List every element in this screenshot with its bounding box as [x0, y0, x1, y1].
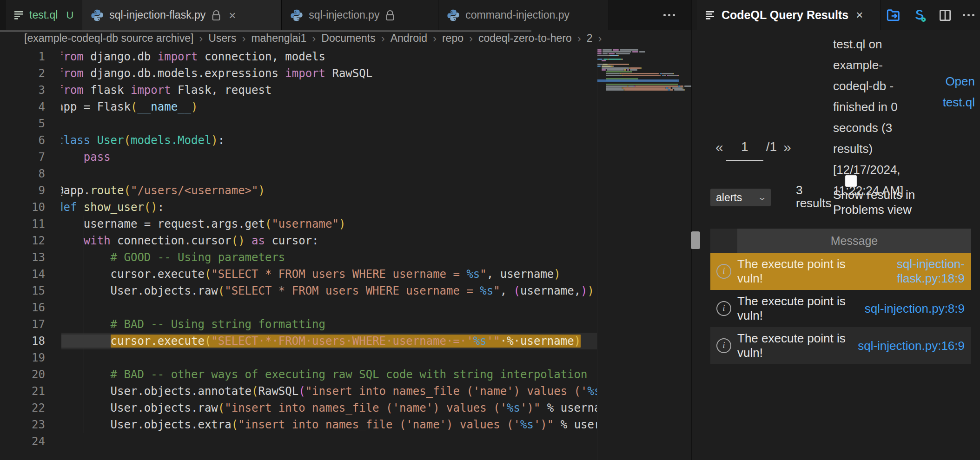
scrollbar-thumb[interactable]	[691, 231, 700, 249]
code-line: @app.route("/users/<username>")	[57, 182, 265, 199]
breadcrumb-item[interactable]: Users	[208, 32, 236, 45]
tab-overflow-more-icon[interactable]	[663, 14, 675, 16]
close-icon[interactable]: ×	[856, 8, 863, 22]
tab-codeql-query-results[interactable]: CodeQL Query Results ×	[697, 0, 881, 30]
minimap-line	[613, 49, 619, 51]
alert-row[interactable]: iThe execute point is vuln!sql-injection…	[710, 253, 971, 290]
minimap-line	[609, 53, 615, 54]
line-number: 12	[0, 232, 45, 249]
tab-sql-injection-flask[interactable]: sql-injection-flask.py ×	[82, 0, 282, 30]
minimap-line	[606, 71, 632, 72]
minimap-line	[606, 85, 627, 87]
code-line: User.objects.raw("insert into names_file…	[57, 400, 597, 416]
alert-row[interactable]: iThe execute point is vuln!sql-injection…	[710, 290, 971, 327]
minimap-line	[603, 51, 631, 53]
panel-more-icon[interactable]	[963, 14, 974, 16]
alert-message: The execute point is vuln!	[737, 257, 854, 286]
info-icon: i	[716, 301, 731, 316]
tabbar-scrollbar[interactable]	[0, 30, 531, 32]
python-icon	[290, 9, 303, 22]
code-line: User.objects.extra("insert into names_fi…	[57, 416, 597, 433]
breadcrumb-item[interactable]: Android	[391, 32, 427, 45]
info-icon: i	[716, 264, 731, 279]
minimap-line	[606, 75, 622, 76]
tab-sql-injection[interactable]: sql-injection.py	[282, 0, 438, 30]
minimap-line	[639, 51, 645, 53]
minimap-line	[635, 85, 678, 87]
minimap-line	[678, 75, 679, 76]
breadcrumb-separator-icon: ›	[577, 32, 581, 45]
minimap-line	[670, 89, 673, 91]
problems-view-label: Show results in Problems view	[833, 187, 940, 217]
breadcrumb-item[interactable]: [example-codeql-db source archive]	[24, 32, 193, 45]
line-number: 9	[0, 182, 45, 199]
minimap-line	[602, 60, 606, 61]
results-pager: « 1 /1 »	[715, 139, 791, 161]
codeql-run-icon[interactable]	[912, 7, 927, 23]
line-number: 21	[0, 383, 45, 400]
table-header: Message	[710, 229, 971, 253]
breadcrumb-item[interactable]: Documents	[321, 32, 375, 45]
minimap-line	[628, 64, 629, 65]
breadcrumb-item[interactable]: repo	[442, 32, 464, 45]
open-file-icon[interactable]	[886, 7, 901, 23]
code-line: with connection.cursor() as cursor:	[57, 232, 319, 249]
minimap-line	[622, 59, 623, 60]
lock-icon	[385, 10, 395, 21]
tab-test-ql[interactable]: test.ql U	[6, 0, 82, 30]
line-number: 13	[0, 249, 45, 266]
line-number: 20	[0, 366, 45, 383]
open-query-link[interactable]: Open test.ql	[928, 71, 975, 113]
code-line: # BAD -- Using string formatting	[57, 316, 325, 333]
codeql-results-panel: CodeQL Query Results × test.ql on exampl…	[692, 0, 980, 460]
editor-panel-divider[interactable]	[691, 0, 692, 460]
panel-actions	[886, 0, 974, 30]
line-number: 24	[0, 433, 45, 450]
results-kind-dropdown[interactable]: alerts ⌄	[710, 189, 771, 206]
line-number: 19	[0, 349, 45, 366]
panel-header: CodeQL Query Results ×	[692, 0, 980, 30]
minimap-line	[625, 89, 668, 91]
results-list-icon	[706, 11, 715, 20]
line-number: 3	[0, 82, 45, 99]
code-editor[interactable]: from django.db import connection, models…	[0, 46, 692, 460]
minimap-line	[660, 73, 662, 74]
alerts-table: Message iThe execute point is vuln!sql-i…	[710, 229, 971, 364]
minimap-line	[616, 53, 630, 54]
vscode-window: test.ql U sql-injection-flask.py × sql-i…	[0, 0, 980, 460]
minimap[interactable]	[597, 46, 679, 460]
prev-page-icon[interactable]: «	[715, 139, 723, 155]
breadcrumb-item[interactable]: codeql-zero-to-hero	[478, 32, 572, 45]
next-page-icon[interactable]: »	[783, 139, 791, 155]
minimap-line	[607, 69, 624, 71]
minimap-line	[632, 51, 638, 53]
problems-view-checkbox[interactable]	[845, 175, 857, 187]
line-number: 4	[0, 99, 45, 115]
minimap-line	[597, 59, 603, 60]
minimap-line	[682, 87, 683, 89]
alert-message: The execute point is vuln!	[737, 294, 854, 323]
alert-location-link[interactable]: sql-injection.py:16:9	[854, 339, 971, 353]
breadcrumb-item[interactable]: mahenglai1	[251, 32, 306, 45]
alert-row[interactable]: iThe execute point is vuln!sql-injection…	[710, 327, 971, 364]
line-number: 6	[0, 132, 45, 149]
python-icon	[91, 9, 104, 22]
minimap-line	[597, 55, 609, 56]
alert-location-link[interactable]: sql-injection.py:8:9	[854, 302, 971, 316]
minimap-line	[606, 87, 622, 89]
tab-command-injection[interactable]: command-injection.py	[438, 0, 609, 30]
minimap-line	[618, 55, 619, 56]
code-line: class User(models.Model):	[57, 132, 225, 149]
alert-location-link[interactable]: sql-injection-flask.py:18:9	[854, 257, 971, 286]
line-number: 11	[0, 216, 45, 232]
breadcrumb-item[interactable]: 2	[587, 32, 593, 45]
split-editor-icon[interactable]	[938, 8, 953, 23]
breadcrumb[interactable]: [example-codeql-db source archive]›Users…	[0, 30, 716, 46]
close-icon[interactable]: ×	[229, 9, 236, 21]
minimap-line	[603, 64, 608, 65]
minimap-line	[597, 53, 602, 54]
minimap-line	[606, 73, 620, 74]
page-number-input[interactable]: 1	[726, 139, 763, 161]
tab-label: sql-injection.py	[309, 9, 379, 21]
code-pane[interactable]: from django.db import connection, models…	[0, 46, 597, 460]
